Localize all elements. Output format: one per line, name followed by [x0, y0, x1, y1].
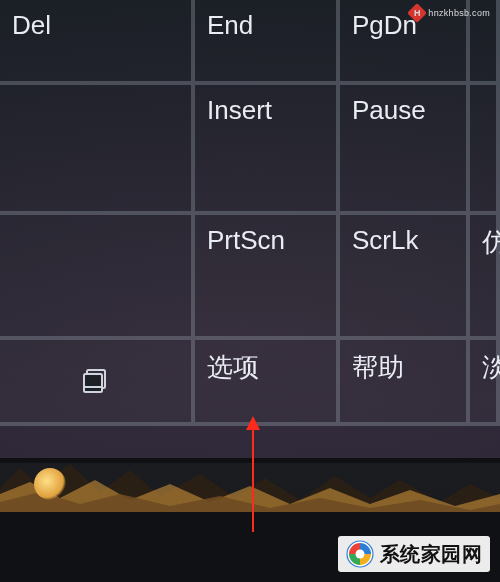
key-prtscn[interactable]: PrtScn — [195, 215, 340, 340]
key-scrlk[interactable]: ScrLk — [340, 215, 470, 340]
dock-icon — [12, 350, 179, 412]
key-label: 淡 — [482, 350, 500, 385]
key-label: 选项 — [207, 350, 259, 385]
key-pause[interactable]: Pause — [340, 85, 470, 215]
key-label: Del — [12, 10, 51, 41]
svg-rect-1 — [84, 374, 102, 392]
key-sliver-r2[interactable]: 仿 — [470, 215, 500, 340]
key-label: End — [207, 10, 253, 41]
watermark-bottom-text: 系统家园网 — [380, 541, 483, 568]
key-help[interactable]: 帮助 — [340, 340, 470, 426]
sun-glow — [34, 468, 66, 500]
key-label: Insert — [207, 95, 272, 126]
key-label: PrtScn — [207, 225, 285, 256]
on-screen-keyboard: Del End PgDn Insert Pause PrtScn — [0, 0, 500, 460]
watermark-top-text: hnzkhbsb.com — [428, 8, 490, 18]
key-label: PgDn — [352, 10, 417, 41]
watermark-top: H hnzkhbsb.com — [410, 6, 490, 20]
svg-point-4 — [355, 550, 364, 559]
mountain-silhouette — [0, 458, 500, 516]
desktop-background-strip — [0, 458, 500, 516]
key-label: 帮助 — [352, 350, 404, 385]
key-options[interactable]: 选项 — [195, 340, 340, 426]
key-sliver-r3[interactable]: 淡 — [470, 340, 500, 426]
key-label: 仿 — [482, 225, 500, 260]
key-insert[interactable]: Insert — [195, 85, 340, 215]
key-label: ScrLk — [352, 225, 418, 256]
key-blank-r1c0[interactable] — [0, 85, 195, 215]
key-del[interactable]: Del — [0, 0, 195, 85]
key-dock[interactable] — [0, 340, 195, 426]
key-end[interactable]: End — [195, 0, 340, 85]
key-blank-r2c0[interactable] — [0, 215, 195, 340]
key-sliver-r1[interactable] — [470, 85, 500, 215]
watermark-top-badge-icon: H — [407, 3, 427, 23]
key-label: Pause — [352, 95, 426, 126]
watermark-logo-icon — [346, 540, 374, 568]
watermark-bottom: 系统家园网 — [338, 536, 491, 572]
